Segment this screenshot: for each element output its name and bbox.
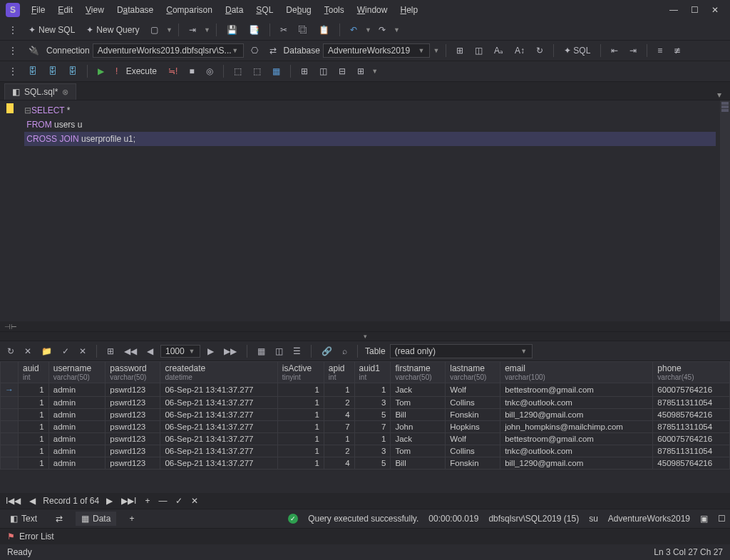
menu-help[interactable]: Help <box>394 2 423 18</box>
cell[interactable]: 1 <box>277 457 324 470</box>
nav-next-icon[interactable]: ▶ <box>105 496 114 506</box>
cell[interactable]: 1 <box>277 433 324 445</box>
column-header[interactable]: lastnamevarchar(50) <box>446 362 500 383</box>
pane-splitter[interactable]: ▾ <box>0 331 730 341</box>
handle-icon[interactable]: ⋮ <box>4 23 21 37</box>
cell[interactable]: 1 <box>19 457 49 470</box>
cell[interactable]: 450985764216 <box>653 457 730 470</box>
cell[interactable]: admin <box>48 383 106 397</box>
cell[interactable]: 1 <box>19 409 49 421</box>
menu-file[interactable]: File <box>26 2 51 18</box>
database-combo[interactable]: AdventureWorks2019▼ <box>323 43 430 58</box>
cell[interactable]: 2 <box>324 397 354 409</box>
cell[interactable]: bill_1290@gmail.com <box>500 409 653 421</box>
refresh-results-icon[interactable]: ↻ <box>4 345 17 358</box>
menu-debug[interactable]: Debug <box>280 2 317 18</box>
cell[interactable]: pswrd123 <box>106 383 160 397</box>
page-size-combo[interactable]: 1000▼ <box>160 345 200 358</box>
monitor-icon[interactable]: ▣ <box>700 514 708 524</box>
cell[interactable]: 7 <box>324 421 354 433</box>
cell[interactable]: 1 <box>277 421 324 433</box>
table-row[interactable]: 1adminpswrd12306-Sep-21 13:41:37.277177J… <box>1 421 730 433</box>
new-sql-button[interactable]: ✦ New SQL <box>24 23 79 37</box>
cell[interactable]: 1 <box>19 383 49 397</box>
menu-window[interactable]: Window <box>351 2 394 18</box>
db1-icon[interactable]: 🗄 <box>24 64 41 78</box>
stop-icon[interactable]: ■ <box>185 64 198 78</box>
cell[interactable]: 5 <box>354 457 391 470</box>
cell[interactable]: 5 <box>354 409 391 421</box>
cell[interactable]: 06-Sep-21 13:41:37.277 <box>160 409 277 421</box>
cut-icon[interactable]: ✂ <box>276 23 292 37</box>
cell[interactable]: Collins <box>446 397 500 409</box>
cell[interactable]: 1 <box>277 397 324 409</box>
nav-delete-icon[interactable]: — <box>157 496 168 506</box>
column-header[interactable]: auid1int <box>354 362 391 383</box>
save-icon[interactable]: 💾 <box>222 23 242 37</box>
view2-icon[interactable]: ◫ <box>315 64 331 78</box>
table-row[interactable]: 1adminpswrd12306-Sep-21 13:41:37.277123T… <box>1 397 730 409</box>
accept-icon[interactable]: ✓ <box>59 345 72 358</box>
table-row[interactable]: →1adminpswrd12306-Sep-21 13:41:37.277111… <box>1 383 730 397</box>
sql-icon[interactable]: ✦ SQL <box>560 43 595 58</box>
fold-icon[interactable]: ⊟ <box>24 105 31 115</box>
column-header[interactable]: isActivetinyint <box>277 362 324 383</box>
cell[interactable]: Tom <box>391 397 446 409</box>
chevron-down-icon[interactable]: ▼ <box>165 26 173 33</box>
cell[interactable]: Jack <box>391 383 446 397</box>
export2-icon[interactable]: ⬚ <box>249 64 265 78</box>
cell[interactable]: tnkc@outlook.com <box>500 397 653 409</box>
cell[interactable]: 878511311054 <box>653 421 730 433</box>
link-icon[interactable]: 🔗 <box>319 345 335 358</box>
row-header[interactable] <box>1 457 19 470</box>
cell[interactable]: 1 <box>354 433 391 445</box>
row-header[interactable] <box>1 409 19 421</box>
outdent-icon[interactable]: ⇥ <box>625 43 641 58</box>
cell[interactable]: bill_1290@gmail.com <box>500 457 653 470</box>
nav-cancel-icon[interactable]: ✕ <box>190 496 200 506</box>
first-page-icon[interactable]: ◀◀ <box>121 345 140 358</box>
cell[interactable]: Tom <box>391 445 446 457</box>
db2-icon[interactable]: 🗄 <box>44 64 61 78</box>
column-header[interactable]: auidint <box>19 362 49 383</box>
chevron-down-icon[interactable]: ▼ <box>364 26 371 33</box>
case-icon[interactable]: Aₐ <box>490 43 508 58</box>
indent-icon[interactable]: ⇤ <box>607 43 622 58</box>
menu-database[interactable]: Database <box>111 2 159 18</box>
split-handle-h[interactable]: ⊣⊢ <box>0 321 730 331</box>
column-header[interactable]: apidint <box>324 362 354 383</box>
column-header[interactable]: passwordvarchar(50) <box>106 362 160 383</box>
cell[interactable]: Collins <box>446 445 500 457</box>
column-header[interactable]: createdatedatetime <box>160 362 277 383</box>
cell[interactable]: john_hompkins@mailchimp.com <box>500 421 653 433</box>
uncomment-icon[interactable]: ≢ <box>669 43 685 58</box>
connection-combo[interactable]: AdventureWorks2019.dbfsqlsrv\S...▼ <box>93 43 244 58</box>
cell[interactable]: Wolf <box>446 433 500 445</box>
code-editor[interactable]: ⊟SELECT * FROM users u CROSS JOIN userpr… <box>0 100 730 321</box>
cell[interactable]: bettestroom@gmail.com <box>500 383 653 397</box>
row-header[interactable] <box>1 421 19 433</box>
cell[interactable]: 1 <box>277 383 324 397</box>
add-tab-button[interactable]: + <box>123 512 140 526</box>
column-header[interactable]: usernamevarchar(50) <box>48 362 106 383</box>
cell[interactable]: Hopkins <box>446 421 500 433</box>
cell[interactable]: 4 <box>324 409 354 421</box>
error-list-panel[interactable]: ⚑ Error List <box>0 528 730 544</box>
mode-combo[interactable]: (read only)▼ <box>390 344 533 358</box>
table-row[interactable]: 1adminpswrd12306-Sep-21 13:41:37.277123T… <box>1 445 730 457</box>
cell[interactable]: 1 <box>324 433 354 445</box>
cell[interactable]: Bill <box>391 409 446 421</box>
maximize-icon[interactable]: ☐ <box>691 5 699 15</box>
cell[interactable]: 3 <box>354 445 391 457</box>
results-grid[interactable]: auidintusernamevarchar(50)passwordvarcha… <box>0 361 730 493</box>
menu-view[interactable]: View <box>80 2 110 18</box>
last-page-icon[interactable]: ▶▶ <box>221 345 240 358</box>
cell[interactable]: 1 <box>354 383 391 397</box>
save-all-icon[interactable]: 📑 <box>245 23 264 37</box>
cell[interactable]: pswrd123 <box>106 421 160 433</box>
chevron-down-icon[interactable]: ▼ <box>203 26 210 33</box>
cell[interactable]: 878511311054 <box>653 397 730 409</box>
cell[interactable]: 1 <box>277 445 324 457</box>
table-row[interactable]: 1adminpswrd12306-Sep-21 13:41:37.277111J… <box>1 433 730 445</box>
layout3-icon[interactable]: ☰ <box>290 345 304 358</box>
